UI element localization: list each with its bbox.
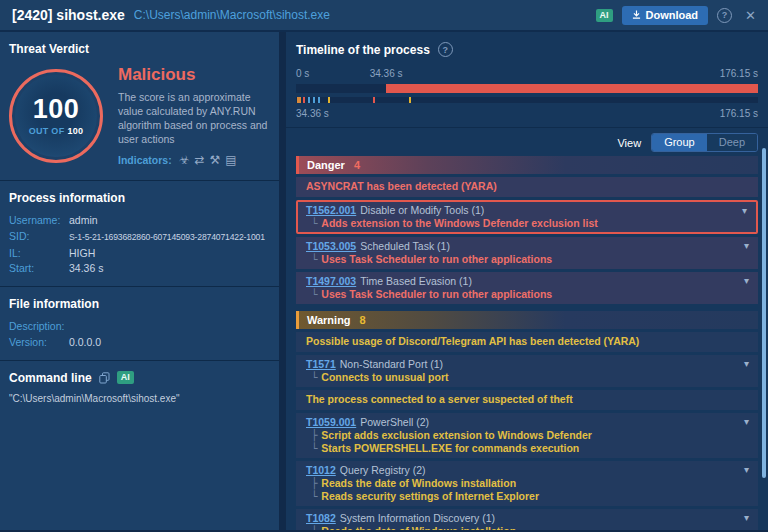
description-row: Description: xyxy=(9,319,270,335)
timeline-event-tick xyxy=(318,97,320,103)
timeline-activity-fill xyxy=(386,84,758,93)
view-deep-button[interactable]: Deep xyxy=(707,134,757,151)
technique-link[interactable]: T1012 xyxy=(306,464,336,476)
tools-icon[interactable]: ⚒ xyxy=(210,153,221,167)
timeline-events-bar[interactable] xyxy=(296,97,758,103)
view-group-button[interactable]: Group xyxy=(652,134,707,151)
tree-connector: └ xyxy=(311,371,317,383)
command-line-ai-badge[interactable]: AI xyxy=(117,371,134,384)
technique-row-T1053-005[interactable]: T1053.005Scheduled Task (1) ▾ └Uses Task… xyxy=(296,237,758,269)
timeline-event-tick xyxy=(297,97,301,103)
command-line-title: Command line xyxy=(9,371,92,385)
timeline-event-tick xyxy=(328,97,330,103)
technique-link[interactable]: T1082 xyxy=(306,512,336,524)
technique-link[interactable]: T1497.003 xyxy=(306,275,356,287)
view-label: View xyxy=(617,137,641,149)
behavior-panel: Timeline of the process ? 0 s 34.36 s 17… xyxy=(286,32,768,530)
chevron-down-icon[interactable]: ▾ xyxy=(742,204,747,217)
technique-link[interactable]: T1059.001 xyxy=(306,416,356,428)
chevron-down-icon[interactable]: ▾ xyxy=(744,463,749,476)
technique-row-T1571[interactable]: T1571Non-Standard Port (1) ▾ └Connects t… xyxy=(296,355,758,387)
timeline-event-tick xyxy=(409,97,411,103)
yara-alert-discord-telegram[interactable]: Possible usage of Discord/Telegram API h… xyxy=(296,332,758,352)
network-transfer-icon[interactable]: ⇄ xyxy=(194,153,204,167)
file-information-title: File information xyxy=(9,297,270,311)
process-details-window: [2420] sihost.exe C:\Users\admin\Macroso… xyxy=(0,0,768,532)
threat-verdict-section: Threat Verdict 100 OUT OF100 Malicious T… xyxy=(0,32,279,181)
timeline-help-icon[interactable]: ? xyxy=(438,42,453,57)
technique-row-T1012[interactable]: T1012Query Registry (2) ▾ ├Reads the dat… xyxy=(296,461,758,506)
file-information-section: File information Description: Version: 0… xyxy=(0,287,279,361)
verdict-description: The score is an approximate value calcul… xyxy=(118,91,272,146)
technique-link[interactable]: T1562.001 xyxy=(306,204,356,216)
version-row: Version: 0.0.0.0 xyxy=(9,335,270,351)
timeline-sub-labels: 34.36 s 176.15 s xyxy=(296,108,758,122)
technique-link[interactable]: T1571 xyxy=(306,358,336,370)
chevron-down-icon[interactable]: ▾ xyxy=(744,415,749,428)
indicators-label: Indicators: xyxy=(118,154,172,166)
timeline-event-tick xyxy=(308,97,310,103)
process-information-section: Process information Username: admin SID:… xyxy=(0,181,279,287)
download-icon xyxy=(632,10,641,19)
technique-row-T1497-003[interactable]: T1497.003Time Based Evasion (1) ▾ └Uses … xyxy=(296,272,758,304)
process-title: [2420] sihost.exe xyxy=(12,7,125,23)
tree-connector: └ xyxy=(311,288,317,300)
chevron-down-icon[interactable]: ▾ xyxy=(744,357,749,370)
timeline-section: Timeline of the process ? 0 s 34.36 s 17… xyxy=(286,32,768,128)
sid-row: SID: S-1-5-21-1693682860-607145093-28740… xyxy=(9,229,270,245)
details-sidebar: Threat Verdict 100 OUT OF100 Malicious T… xyxy=(0,32,279,530)
chevron-down-icon[interactable]: ▾ xyxy=(744,511,749,524)
il-row: IL: HIGH xyxy=(9,246,270,262)
copy-icon[interactable] xyxy=(99,372,110,384)
help-icon[interactable]: ? xyxy=(717,8,732,23)
timeline-activity-bar[interactable] xyxy=(296,84,758,93)
warning-count: 8 xyxy=(360,314,366,326)
signals-list: Danger4 ASYNCRAT has been detected (YARA… xyxy=(286,156,768,530)
tree-connector: └ xyxy=(311,525,317,530)
timeline-event-tick xyxy=(373,97,375,103)
window-header: [2420] sihost.exe C:\Users\admin\Macroso… xyxy=(0,0,768,32)
ai-badge[interactable]: AI xyxy=(596,9,613,22)
start-row: Start: 34.36 s xyxy=(9,261,270,277)
verdict-label: Malicious xyxy=(118,65,272,85)
technique-row-T1562-001[interactable]: T1562.001Disable or Modify Tools (1) ▾ └… xyxy=(296,200,758,234)
timeline-event-tick xyxy=(303,97,305,103)
close-icon[interactable]: ✕ xyxy=(745,8,756,23)
command-line-value: "C:\Users\admin\Macrosoft\sihost.exe" xyxy=(9,393,270,404)
timeline-ruler: 0 s 34.36 s 176.15 s xyxy=(296,68,758,81)
threat-score-outof: OUT OF100 xyxy=(29,126,84,136)
technique-row-T1059-001[interactable]: T1059.001PowerShell (2) ▾ ├Script adds e… xyxy=(296,413,758,458)
chevron-down-icon[interactable]: ▾ xyxy=(744,274,749,287)
tree-connector: ├ xyxy=(311,477,317,489)
theft-server-alert[interactable]: The process connected to a server suspec… xyxy=(296,390,758,410)
process-information-title: Process information xyxy=(9,191,270,205)
tree-connector: ├ xyxy=(311,429,317,441)
report-icon[interactable]: ▤ xyxy=(225,153,236,167)
technique-row-T1082[interactable]: T1082System Information Discovery (1) ▾ … xyxy=(296,509,758,530)
scrollbar-thumb[interactable] xyxy=(762,148,766,478)
yara-alert-asyncrat[interactable]: ASYNCRAT has been detected (YARA) xyxy=(296,177,758,197)
username-row: Username: admin xyxy=(9,213,270,229)
threat-score-gauge: 100 OUT OF100 xyxy=(9,69,103,163)
threat-score-value: 100 xyxy=(33,96,80,123)
view-toggle-row: View Group Deep xyxy=(286,128,768,156)
chevron-down-icon[interactable]: ▾ xyxy=(744,239,749,252)
tree-connector: └ xyxy=(311,217,317,229)
timeline-event-tick xyxy=(313,97,315,103)
command-line-section: Command line AI "C:\Users\admin\Macrosof… xyxy=(0,361,279,413)
download-button[interactable]: Download xyxy=(622,6,709,25)
tree-connector: └ xyxy=(311,253,317,265)
timeline-title: Timeline of the process xyxy=(296,43,430,57)
danger-section-header: Danger4 xyxy=(296,156,758,174)
tree-connector: └ xyxy=(311,442,317,454)
technique-link[interactable]: T1053.005 xyxy=(306,240,356,252)
warning-section-header: Warning8 xyxy=(296,311,758,329)
biohazard-icon[interactable]: ☣ xyxy=(179,153,190,167)
process-path: C:\Users\admin\Macrosoft\sihost.exe xyxy=(134,8,587,22)
tree-connector: └ xyxy=(311,490,317,502)
threat-verdict-title: Threat Verdict xyxy=(9,42,270,56)
danger-count: 4 xyxy=(354,159,360,171)
